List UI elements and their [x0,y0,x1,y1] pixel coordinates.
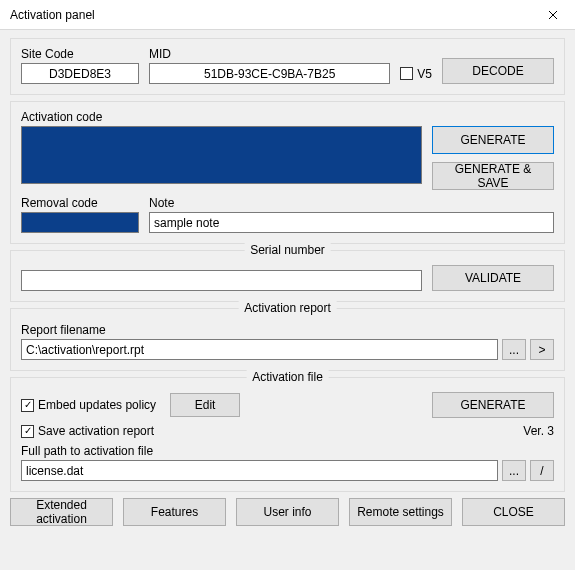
validate-button[interactable]: VALIDATE [432,265,554,291]
removal-code-input[interactable] [21,212,139,233]
site-code-input[interactable] [21,63,139,84]
close-icon[interactable] [530,0,575,30]
activation-code-input[interactable] [21,126,422,184]
checkbox-icon: ✓ [21,425,34,438]
report-filename-label: Report filename [21,323,554,337]
report-browse-button[interactable]: ... [502,339,526,360]
checkbox-icon [400,67,413,80]
report-go-button[interactable]: > [530,339,554,360]
window-title: Activation panel [10,8,95,22]
embed-updates-label: Embed updates policy [38,398,156,412]
report-filename-input[interactable] [21,339,498,360]
version-label: Ver. 3 [523,424,554,438]
generate-button[interactable]: GENERATE [432,126,554,154]
checkbox-icon: ✓ [21,399,34,412]
file-path-label: Full path to activation file [21,444,554,458]
file-generate-button[interactable]: GENERATE [432,392,554,418]
file-browse-button[interactable]: ... [502,460,526,481]
v5-label: V5 [417,67,432,81]
report-group: Activation report Report filename ... > [10,308,565,371]
save-report-checkbox[interactable]: ✓ Save activation report [21,424,154,438]
decode-button[interactable]: DECODE [442,58,554,84]
user-info-button[interactable]: User info [236,498,339,526]
file-group: Activation file ✓ Embed updates policy E… [10,377,565,492]
note-input[interactable] [149,212,554,233]
serial-input[interactable] [21,270,422,291]
embed-updates-checkbox[interactable]: ✓ Embed updates policy [21,398,156,412]
save-report-label: Save activation report [38,424,154,438]
titlebar: Activation panel [0,0,575,30]
site-code-label: Site Code [21,47,139,61]
extended-activation-button[interactable]: Extended activation [10,498,113,526]
activation-code-label: Activation code [21,110,422,124]
note-label: Note [149,196,554,210]
remote-settings-button[interactable]: Remote settings [349,498,452,526]
serial-legend: Serial number [244,243,331,257]
file-go-button[interactable]: / [530,460,554,481]
activation-code-group: Activation code GENERATE GENERATE & SAVE… [10,101,565,244]
mid-input[interactable] [149,63,390,84]
generate-save-button[interactable]: GENERATE & SAVE [432,162,554,190]
close-button[interactable]: CLOSE [462,498,565,526]
content-area: Site Code MID V5 DECODE Activation code … [0,30,575,570]
v5-checkbox[interactable]: V5 [400,63,432,84]
report-legend: Activation report [238,301,337,315]
file-legend: Activation file [246,370,329,384]
bottom-bar: Extended activation Features User info R… [10,498,565,526]
edit-button[interactable]: Edit [170,393,240,417]
decode-group: Site Code MID V5 DECODE [10,38,565,95]
mid-label: MID [149,47,390,61]
file-path-input[interactable] [21,460,498,481]
features-button[interactable]: Features [123,498,226,526]
removal-code-label: Removal code [21,196,139,210]
serial-group: Serial number VALIDATE [10,250,565,302]
